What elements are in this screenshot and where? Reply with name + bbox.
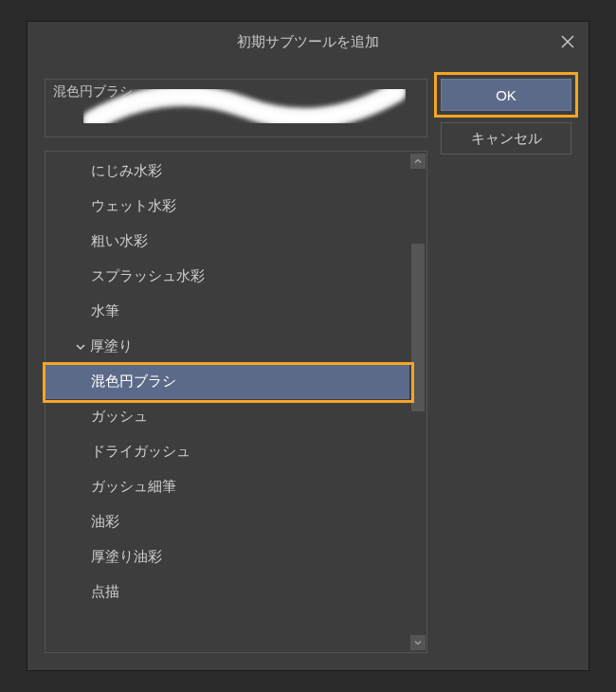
right-column: OK キャンセル (441, 79, 571, 653)
list-group-item[interactable]: 厚塗り (45, 329, 409, 364)
list-item-label: 厚塗り油彩 (91, 548, 162, 566)
close-button[interactable] (547, 22, 589, 62)
list-item[interactable]: ウェット水彩 (45, 189, 409, 224)
list-item[interactable]: 点描 (45, 574, 409, 610)
dialog-title: 初期サブツールを追加 (237, 33, 379, 51)
titlebar: 初期サブツールを追加 (27, 22, 589, 62)
list-item[interactable]: 油彩 (45, 504, 409, 539)
list-item-label: ガッシュ細筆 (91, 478, 176, 496)
subtool-list: にじみ水彩ウェット水彩粗い水彩スプラッシュ水彩水筆厚塗り混色円ブラシガッシュドラ… (45, 151, 427, 653)
list-item[interactable]: ガッシュ細筆 (45, 469, 409, 504)
preview-label: 混色円ブラシ (53, 83, 133, 99)
ok-button[interactable]: OK (441, 79, 571, 111)
list-item[interactable]: 粗い水彩 (45, 224, 409, 259)
scroll-down-button[interactable] (410, 635, 426, 650)
list-item-label: 厚塗り (90, 337, 133, 355)
list-item-label: ガッシュ (91, 408, 148, 426)
list-scroll-area: にじみ水彩ウェット水彩粗い水彩スプラッシュ水彩水筆厚塗り混色円ブラシガッシュドラ… (45, 152, 409, 652)
chevron-down-icon (75, 341, 86, 353)
list-item-label: スプラッシュ水彩 (91, 267, 205, 285)
scrollbar[interactable] (409, 152, 426, 652)
chevron-up-icon (414, 157, 422, 165)
list-item-label: にじみ水彩 (91, 162, 162, 180)
scroll-thumb[interactable] (411, 244, 425, 411)
list-item[interactable]: 厚塗り油彩 (45, 539, 409, 574)
list-item-label: ウェット水彩 (91, 197, 176, 215)
scroll-up-button[interactable] (410, 154, 426, 169)
list-item[interactable]: 混色円ブラシ (45, 364, 409, 399)
list-item-label: 粗い水彩 (91, 232, 148, 250)
list-item-label: 水筆 (91, 302, 119, 320)
add-subtool-dialog: 初期サブツールを追加 混色円ブラシ にじみ水彩ウェット水彩粗い水彩スプラッシュ水… (27, 21, 589, 671)
left-column: 混色円ブラシ にじみ水彩ウェット水彩粗い水彩スプラッシュ水彩水筆厚塗り混色円ブラ… (45, 79, 427, 653)
cancel-button[interactable]: キャンセル (441, 122, 571, 155)
list-item[interactable]: スプラッシュ水彩 (45, 259, 409, 294)
list-item-label: ドライガッシュ (91, 443, 190, 461)
list-item[interactable]: 水筆 (45, 294, 409, 329)
list-item[interactable]: にじみ水彩 (45, 154, 409, 189)
list-item-label: 油彩 (91, 513, 119, 531)
dialog-content: 混色円ブラシ にじみ水彩ウェット水彩粗い水彩スプラッシュ水彩水筆厚塗り混色円ブラ… (27, 62, 589, 670)
list-item-label: 点描 (91, 583, 119, 601)
scroll-track[interactable] (409, 169, 426, 635)
chevron-down-icon (414, 639, 422, 646)
list-item[interactable]: ガッシュ (45, 399, 409, 434)
ok-button-wrap: OK (441, 79, 571, 111)
close-icon (561, 35, 574, 48)
list-item[interactable]: ドライガッシュ (45, 434, 409, 469)
list-item-label: 混色円ブラシ (91, 373, 176, 391)
brush-preview: 混色円ブラシ (45, 79, 427, 137)
